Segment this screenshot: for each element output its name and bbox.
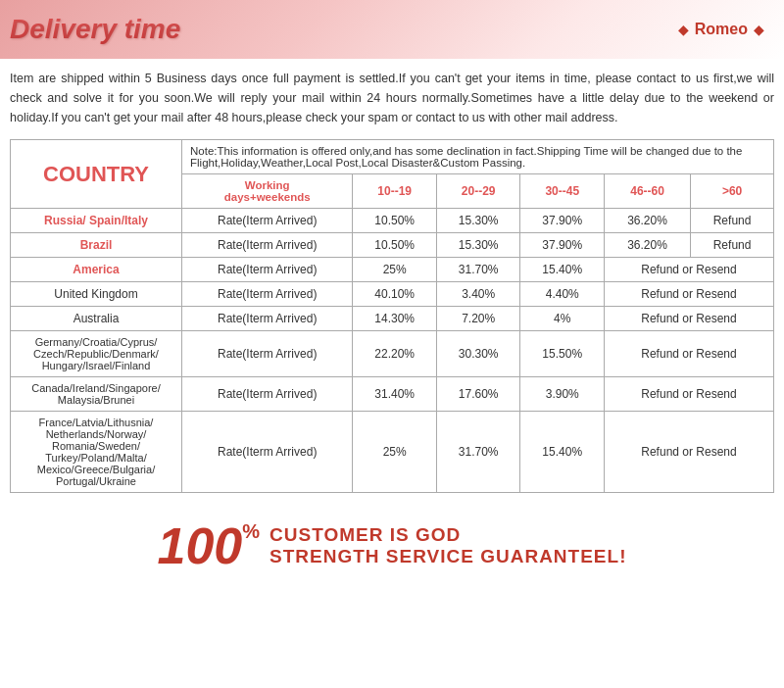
table-row: United Kingdom Rate(Iterm Arrived) 40.10… (11, 282, 774, 307)
footer-line1: CUSTOMER IS GOD (270, 524, 626, 546)
col-10-19: 10--19 (353, 174, 437, 209)
table-row: France/Latvia/Lithusnia/Netherlands/Norw… (11, 412, 774, 493)
table-row: Russia/ Spain/Italy Rate(Iterm Arrived) … (11, 209, 774, 233)
header-title: Delivery time (10, 14, 180, 45)
logo-text: Romeo (695, 21, 748, 38)
table-row: Canada/Ireland/Singapore/Malaysia/Brunei… (11, 377, 774, 412)
col-20-29: 20--29 (436, 174, 520, 209)
header-logo-area: ◆ Romeo ◆ (678, 21, 764, 38)
col-30-45: 30--45 (520, 174, 605, 209)
table-row: America Rate(Iterm Arrived) 25% 31.70% 1… (11, 258, 774, 282)
note-cell: Note:This information is offered only,an… (182, 140, 774, 174)
country-germany-group: Germany/Croatia/Cyprus/Czech/Republic/De… (11, 331, 182, 377)
col-46-60: 46--60 (604, 174, 690, 209)
country-russia: Russia/ Spain/Italy (11, 209, 182, 233)
header: Delivery time ◆ Romeo ◆ (0, 0, 784, 59)
delivery-table: COUNTRY Note:This information is offered… (10, 139, 774, 493)
footer-content: 100 % CUSTOMER IS GOD STRENGTH SERVICE G… (10, 520, 774, 571)
footer-percent: % (242, 520, 260, 543)
footer-number-area: 100 % (158, 520, 261, 571)
table-row: Germany/Croatia/Cyprus/Czech/Republic/De… (11, 331, 774, 377)
header-row-1: COUNTRY Note:This information is offered… (11, 140, 774, 174)
country-uk: United Kingdom (11, 282, 182, 307)
table-row: Brazil Rate(Iterm Arrived) 10.50% 15.30%… (11, 233, 774, 258)
table-row: Australia Rate(Iterm Arrived) 14.30% 7.2… (11, 307, 774, 331)
country-australia: Australia (11, 307, 182, 331)
rate-russia: Rate(Iterm Arrived) (182, 209, 353, 233)
intro-text: Item are shipped within 5 Business days … (0, 59, 784, 135)
country-america: America (11, 258, 182, 282)
country-header: COUNTRY (11, 140, 182, 209)
country-canada-group: Canada/Ireland/Singapore/Malaysia/Brunei (11, 377, 182, 412)
col-working: Workingdays+weekends (182, 174, 353, 209)
footer: 100 % CUSTOMER IS GOD STRENGTH SERVICE G… (0, 503, 784, 581)
col-gt60: >60 (691, 174, 774, 209)
country-brazil: Brazil (11, 233, 182, 258)
footer-text-area: CUSTOMER IS GOD STRENGTH SERVICE GUARANT… (270, 524, 626, 567)
diamond-right: ◆ (754, 22, 764, 37)
footer-100: 100 (158, 520, 243, 571)
table-container: COUNTRY Note:This information is offered… (0, 135, 784, 503)
diamond-left: ◆ (678, 22, 689, 37)
footer-line2: STRENGTH SERVICE GUARANTEEL! (270, 546, 626, 567)
country-france-group: France/Latvia/Lithusnia/Netherlands/Norw… (11, 412, 182, 493)
